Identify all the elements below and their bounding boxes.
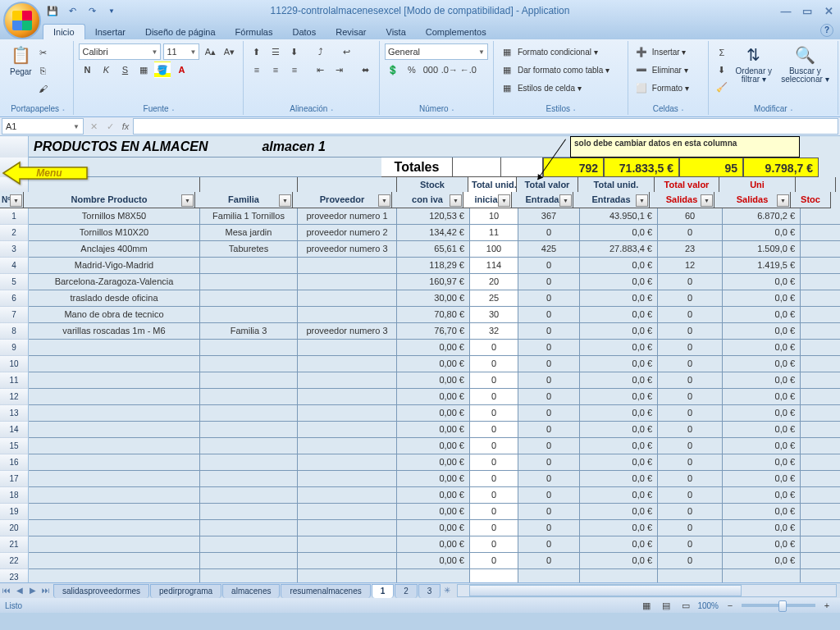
- cell[interactable]: [298, 290, 397, 307]
- cell[interactable]: 114: [470, 258, 518, 274]
- cell[interactable]: [200, 372, 298, 389]
- cell[interactable]: 0,0 €: [580, 471, 658, 487]
- cell[interactable]: 118,29 €: [397, 258, 470, 274]
- increase-indent-icon[interactable]: ⇥: [331, 62, 348, 78]
- cell[interactable]: proveedor numero 3: [298, 323, 397, 340]
- table-row[interactable]: 150,00 €000,0 €00,0 €: [0, 438, 840, 454]
- align-bottom-icon[interactable]: ⬇: [286, 43, 303, 60]
- cell[interactable]: [801, 520, 840, 536]
- cell[interactable]: 0: [658, 471, 723, 487]
- comma-icon[interactable]: 000: [422, 62, 439, 78]
- cell[interactable]: Madrid-Vigo-Madrid: [29, 258, 200, 274]
- decrease-indent-icon[interactable]: ⇤: [313, 62, 329, 78]
- cell[interactable]: [801, 258, 840, 274]
- tab-next-icon[interactable]: ▶: [26, 584, 39, 597]
- cell[interactable]: 1.419,5 €: [723, 258, 801, 274]
- cell[interactable]: [298, 389, 397, 405]
- cell[interactable]: 70,80 €: [397, 307, 470, 323]
- row-number[interactable]: 20: [0, 520, 29, 536]
- row-number[interactable]: 23: [0, 569, 29, 582]
- cell[interactable]: [298, 422, 397, 438]
- hdr-salidas-u[interactable]: Salidas▼: [650, 192, 714, 208]
- cell[interactable]: 0,0 €: [723, 356, 801, 372]
- cell[interactable]: 0: [470, 405, 518, 422]
- cell[interactable]: 0,0 €: [723, 340, 801, 356]
- sheet-tab[interactable]: 2: [395, 584, 418, 598]
- filter-icon[interactable]: ▼: [181, 194, 194, 207]
- cell[interactable]: 120,53 €: [397, 208, 470, 225]
- cell[interactable]: 0: [658, 356, 723, 372]
- cell[interactable]: Taburetes: [200, 241, 298, 258]
- cell[interactable]: 0,0 €: [723, 405, 801, 422]
- table-row[interactable]: 4Madrid-Vigo-Madrid118,29 €11400,0 €121.…: [0, 258, 840, 274]
- cell[interactable]: 0,0 €: [723, 504, 801, 520]
- sheet-tab[interactable]: resumenalmacenes: [281, 584, 370, 598]
- fill-icon[interactable]: ⬇: [714, 62, 730, 78]
- cell[interactable]: [200, 438, 298, 454]
- cell[interactable]: 160,97 €: [397, 274, 470, 290]
- cell[interactable]: proveedor numero 3: [298, 241, 397, 258]
- row-number[interactable]: 13: [0, 405, 29, 422]
- cell[interactable]: [200, 536, 298, 553]
- cell[interactable]: 12: [658, 258, 723, 274]
- filter-icon[interactable]: ▼: [777, 194, 789, 207]
- cell[interactable]: Mesa jardin: [200, 225, 298, 241]
- font-color-icon[interactable]: A: [173, 62, 189, 78]
- align-right-icon[interactable]: ≡: [286, 62, 303, 78]
- row-number[interactable]: 18: [0, 487, 29, 504]
- cell[interactable]: [200, 520, 298, 536]
- row-number[interactable]: 16: [0, 454, 29, 471]
- cell[interactable]: 0,0 €: [580, 307, 658, 323]
- table-row[interactable]: 8varillas roscadas 1m - M6Familia 3prove…: [0, 323, 840, 340]
- border-icon[interactable]: ▦: [135, 62, 152, 78]
- cell[interactable]: 0: [470, 389, 518, 405]
- cell[interactable]: [298, 258, 397, 274]
- table-row[interactable]: 160,00 €000,0 €00,0 €: [0, 454, 840, 471]
- cell[interactable]: [29, 520, 200, 536]
- cell[interactable]: 0: [658, 536, 723, 553]
- cell[interactable]: 11: [470, 225, 518, 241]
- cell[interactable]: 0,0 €: [723, 372, 801, 389]
- cell[interactable]: 0,0 €: [580, 258, 658, 274]
- cell[interactable]: [29, 340, 200, 356]
- cell[interactable]: [801, 438, 840, 454]
- cell[interactable]: [801, 356, 840, 372]
- row-number[interactable]: 17: [0, 471, 29, 487]
- cell[interactable]: [298, 454, 397, 471]
- cell[interactable]: 0,0 €: [580, 405, 658, 422]
- cell[interactable]: 0: [518, 553, 580, 569]
- cell[interactable]: 0: [518, 405, 580, 422]
- cell[interactable]: [200, 258, 298, 274]
- conditional-format-button[interactable]: Formato condicional ▾: [518, 48, 598, 57]
- cell[interactable]: [801, 323, 840, 340]
- row-number[interactable]: 22: [0, 553, 29, 569]
- row-number[interactable]: 9: [0, 340, 29, 356]
- cell[interactable]: varillas roscadas 1m - M6: [29, 323, 200, 340]
- cell[interactable]: [200, 471, 298, 487]
- cell[interactable]: 0,00 €: [397, 422, 470, 438]
- cell[interactable]: 65,61 €: [397, 241, 470, 258]
- horizontal-scrollbar[interactable]: [457, 584, 837, 597]
- cell[interactable]: [801, 405, 840, 422]
- table-row[interactable]: 90,00 €000,0 €00,0 €: [0, 340, 840, 356]
- cell[interactable]: 6.870,2 €: [723, 208, 801, 225]
- cell[interactable]: 0: [658, 422, 723, 438]
- cell[interactable]: [298, 274, 397, 290]
- filter-icon[interactable]: ▼: [10, 194, 22, 207]
- cell[interactable]: 0: [518, 340, 580, 356]
- cell[interactable]: Familia 1 Tornillos: [200, 208, 298, 225]
- cell[interactable]: 134,42 €: [397, 225, 470, 241]
- delete-cells-button[interactable]: Eliminar ▾: [652, 66, 688, 75]
- cell[interactable]: [801, 307, 840, 323]
- cell[interactable]: [298, 536, 397, 553]
- cell[interactable]: 0,00 €: [397, 471, 470, 487]
- table-row[interactable]: 190,00 €000,0 €00,0 €: [0, 504, 840, 520]
- cell[interactable]: 0: [658, 225, 723, 241]
- cell[interactable]: [200, 290, 298, 307]
- cell[interactable]: [801, 274, 840, 290]
- shrink-font-icon[interactable]: A▾: [221, 43, 237, 60]
- row-number[interactable]: 19: [0, 504, 29, 520]
- table-row[interactable]: 210,00 €000,0 €00,0 €: [0, 536, 840, 553]
- cell[interactable]: 0: [470, 471, 518, 487]
- cell[interactable]: 0,00 €: [397, 340, 470, 356]
